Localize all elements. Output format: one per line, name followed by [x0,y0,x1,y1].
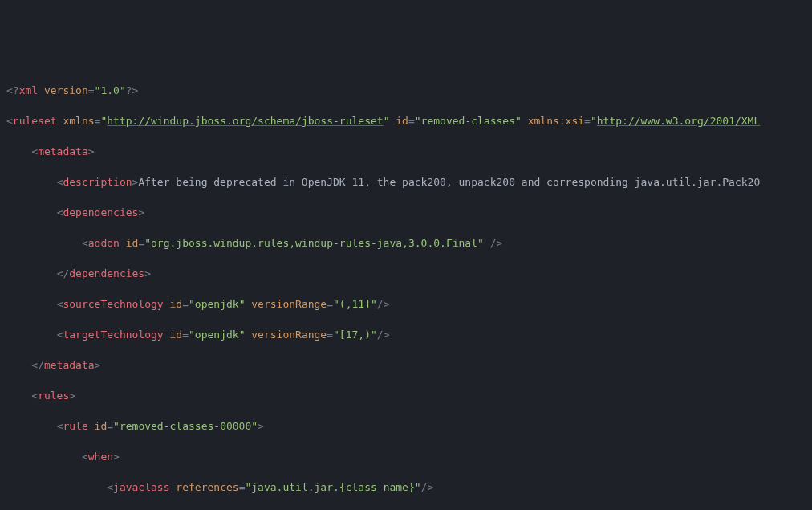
description-text: After being deprecated in OpenJDK 11, th… [138,176,760,188]
code-line: </dependencies> [6,266,806,281]
code-line: <sourceTechnology id="openjdk" versionRa… [6,296,806,312]
code-block: <?xml version="1.0"?> <ruleset xmlns="ht… [6,67,806,510]
code-line: <javaclass references="java.util.jar.{cl… [6,479,806,495]
code-line: <?xml version="1.0"?> [6,83,806,98]
code-line: <when> [6,449,806,464]
code-line: <rule id="removed-classes-00000"> [6,418,806,434]
code-line: <targetTechnology id="openjdk" versionRa… [6,327,806,342]
code-line: <ruleset xmlns="http://windup.jboss.org/… [6,113,806,129]
pi-xml: xml [19,84,38,96]
code-line: <dependencies> [6,205,806,220]
code-line: <metadata> [6,144,806,159]
code-line: <rules> [6,388,806,403]
code-line: <description>After being deprecated in O… [6,174,806,190]
schema-url: http://windup.jboss.org/schema/jboss-rul… [107,115,383,127]
code-line: <addon id="org.jboss.windup.rules,windup… [6,235,806,251]
xsi-url: http://www.w3.org/2001/XML [597,115,761,127]
code-line: </metadata> [6,357,806,373]
